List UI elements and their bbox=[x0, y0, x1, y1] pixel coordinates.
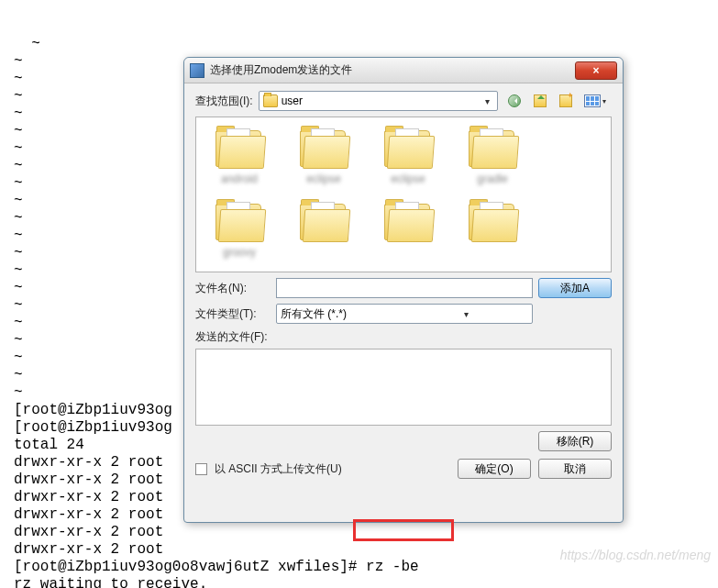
dialog-body: 查找范围(I): user ▾ ▾ androideclipseeclipseg… bbox=[184, 83, 623, 522]
new-folder-button[interactable] bbox=[555, 91, 577, 111]
back-arrow-icon bbox=[508, 94, 521, 107]
ascii-checkbox[interactable] bbox=[195, 463, 207, 475]
file-label: eclipse bbox=[376, 172, 440, 185]
dialog-titlebar[interactable]: 选择使用Zmodem发送的文件 × bbox=[184, 58, 623, 83]
lookin-combo[interactable]: user ▾ bbox=[259, 91, 498, 111]
file-label bbox=[292, 246, 356, 259]
remove-button[interactable]: 移除(R) bbox=[538, 431, 612, 451]
file-item[interactable]: gradle bbox=[455, 127, 530, 185]
file-label bbox=[460, 246, 525, 259]
ascii-label: 以 ASCII 方式上传文件(U) bbox=[215, 461, 342, 477]
folder-icon bbox=[298, 200, 349, 242]
file-item[interactable]: android bbox=[202, 127, 277, 185]
app-icon bbox=[190, 63, 204, 78]
filetype-value: 所有文件 (*.*) bbox=[281, 306, 404, 322]
file-list-pane[interactable]: androideclipseeclipsegradlegroovy bbox=[195, 116, 612, 272]
file-item[interactable]: eclipse bbox=[286, 127, 361, 185]
view-grid-icon bbox=[584, 94, 601, 107]
file-label: eclipse bbox=[292, 172, 356, 185]
add-button[interactable]: 添加A bbox=[538, 278, 612, 298]
folder-icon bbox=[263, 94, 278, 107]
file-item[interactable] bbox=[286, 200, 361, 259]
file-label bbox=[376, 246, 440, 259]
file-select-dialog: 选择使用Zmodem发送的文件 × 查找范围(I): user ▾ ▾ andr… bbox=[183, 57, 624, 523]
folder-icon bbox=[214, 200, 265, 242]
file-item[interactable] bbox=[455, 200, 530, 259]
chevron-down-icon: ▾ bbox=[601, 97, 608, 105]
back-button[interactable] bbox=[503, 91, 525, 111]
file-item[interactable]: groovy bbox=[202, 200, 277, 259]
folder-icon bbox=[298, 127, 349, 169]
ok-button[interactable]: 确定(O) bbox=[458, 459, 531, 479]
close-button[interactable]: × bbox=[575, 61, 617, 80]
vim-tildes: ~ ~ ~ ~ ~ ~ ~ ~ ~ ~ ~ ~ ~ ~ ~ ~ ~ ~ ~ ~ … bbox=[14, 36, 40, 401]
folder-icon bbox=[382, 200, 434, 242]
folder-icon bbox=[467, 127, 518, 169]
folder-icon bbox=[214, 127, 265, 169]
file-label: android bbox=[207, 172, 271, 185]
dialog-title: 选择使用Zmodem发送的文件 bbox=[210, 62, 575, 78]
up-button[interactable] bbox=[529, 91, 551, 111]
cancel-button[interactable]: 取消 bbox=[538, 459, 612, 479]
chevron-down-icon: ▾ bbox=[404, 309, 528, 319]
filename-input[interactable] bbox=[276, 278, 533, 298]
file-label: groovy bbox=[207, 246, 271, 259]
file-label: gradle bbox=[460, 172, 525, 185]
folder-icon bbox=[382, 127, 434, 169]
filetype-label: 文件类型(T): bbox=[195, 306, 271, 322]
folder-icon bbox=[467, 200, 518, 242]
watermark-text: https://blog.csdn.net/meng bbox=[560, 548, 711, 562]
lookin-value: user bbox=[282, 94, 477, 107]
lookin-label: 查找范围(I): bbox=[195, 94, 253, 109]
file-item[interactable]: eclipse bbox=[370, 127, 446, 185]
sendlist-label: 发送的文件(F): bbox=[195, 329, 612, 345]
view-menu-button[interactable]: ▾ bbox=[580, 91, 612, 111]
nav-toolbar: ▾ bbox=[503, 91, 612, 111]
filename-label: 文件名(N): bbox=[195, 281, 271, 296]
filetype-combo[interactable]: 所有文件 (*.*) ▾ bbox=[276, 304, 533, 324]
file-item[interactable] bbox=[370, 200, 446, 259]
chevron-down-icon: ▾ bbox=[481, 96, 493, 106]
send-file-list[interactable] bbox=[195, 349, 612, 426]
folder-up-icon bbox=[534, 94, 547, 107]
new-folder-icon bbox=[559, 94, 572, 107]
